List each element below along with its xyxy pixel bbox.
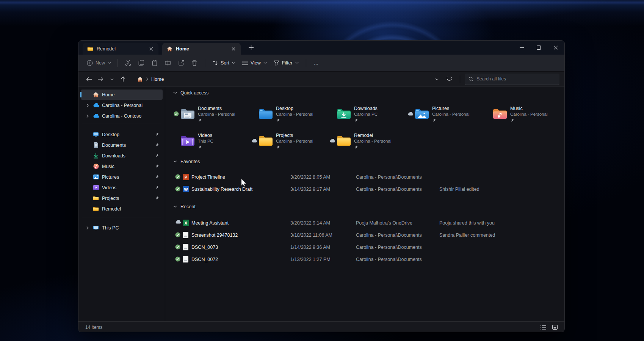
breadcrumb-item-home[interactable]: Home [151, 77, 164, 82]
filter-button[interactable]: Filter [270, 57, 302, 69]
file-location: Carolina - Personal\Documents [356, 229, 422, 241]
up-button[interactable] [118, 74, 129, 85]
search-input[interactable] [476, 76, 556, 82]
minimize-button[interactable] [513, 41, 530, 55]
cloud-icon [407, 112, 414, 116]
pin-icon [155, 164, 159, 168]
folder-icon [91, 206, 100, 211]
close-window-button[interactable] [547, 41, 564, 55]
pin-icon [354, 118, 378, 122]
file-date: 3/20/2022 8:05 AM [290, 171, 330, 183]
tile-location: Carolina - Personal [432, 112, 469, 117]
sidebar-item-carolina-contoso[interactable]: Carolina - Contoso [81, 111, 163, 121]
file-row-dscn-0073[interactable]: DSCN_0073 1/14/2022 9:36 AM Carolina - P… [166, 241, 564, 253]
folder-downloads-icon [336, 108, 352, 119]
tile-projects[interactable]: Projects Carolina - Personal [251, 130, 329, 151]
image-icon [183, 256, 188, 262]
tile-location: Carolina - Personal [276, 112, 313, 117]
cloud-icon [251, 139, 258, 143]
sort-button[interactable]: Sort [209, 57, 239, 69]
chevron-right-icon[interactable] [84, 104, 91, 107]
copy-icon[interactable] [135, 57, 148, 69]
sidebar-label: This PC [102, 225, 119, 231]
sidebar-label: Desktop [102, 132, 119, 137]
sidebar-item-pictures[interactable]: Pictures [81, 172, 163, 182]
sidebar-item-documents[interactable]: Documents [81, 140, 163, 150]
file-row-sustainability-research-draft[interactable]: W Sustainability Research Draft 3/14/202… [166, 183, 564, 195]
recent-locations-chevron[interactable] [106, 74, 118, 85]
sidebar-item-remodel[interactable]: Remodel [81, 204, 163, 214]
quick-access-tiles: Documents Carolina - Personal Desktop [173, 103, 563, 151]
sidebar-item-this-pc[interactable]: This PC [81, 223, 163, 233]
view-button[interactable]: View [239, 57, 270, 69]
close-tab-icon[interactable] [148, 46, 155, 52]
tile-music[interactable]: Music Carolina - Personal [485, 103, 563, 124]
cut-icon[interactable] [121, 57, 135, 69]
tile-location: Carolina - Personal [510, 112, 547, 117]
search-box[interactable] [465, 74, 559, 85]
tile-remodel[interactable]: Remodel Carolina - Personal [329, 130, 407, 151]
sidebar-item-home[interactable]: Home [81, 90, 163, 100]
status-bar: 14 items [78, 321, 564, 332]
share-icon[interactable] [174, 57, 188, 69]
delete-icon[interactable] [188, 57, 201, 69]
refresh-icon[interactable] [444, 74, 455, 85]
separator [460, 75, 460, 83]
sidebar-label: Carolina - Contoso [102, 113, 141, 119]
address-bar: Home [78, 71, 564, 87]
section-header-favorites[interactable]: Favorites [173, 159, 200, 164]
new-tab-button[interactable] [245, 42, 257, 53]
search-icon [469, 77, 473, 82]
sidebar-label: Pictures [102, 174, 119, 180]
documents-icon [91, 142, 100, 148]
tile-downloads[interactable]: Downloads Carolina PC [329, 103, 407, 124]
section-header-quick-access[interactable]: Quick access [173, 90, 208, 96]
tile-documents[interactable]: Documents Carolina - Personal [173, 103, 251, 124]
paste-icon[interactable] [148, 57, 161, 69]
tile-pictures[interactable]: Pictures Carolina - Personal [407, 103, 485, 124]
file-date: 3/20/2022 9:14 AM [290, 217, 330, 229]
tab-bar: Remodel Home [78, 41, 564, 55]
tile-location: Carolina - Personal [276, 138, 313, 144]
mouse-cursor [240, 179, 248, 187]
sidebar-item-projects[interactable]: Projects [81, 193, 163, 203]
home-icon [91, 92, 100, 97]
chevron-right-icon[interactable] [84, 226, 91, 230]
tab-home[interactable]: Home [162, 43, 241, 55]
chevron-down-icon [173, 160, 177, 163]
rename-icon[interactable] [161, 57, 174, 69]
thumbnail-view-icon[interactable] [552, 325, 558, 330]
new-button[interactable]: New [85, 60, 113, 66]
pin-icon [155, 185, 159, 189]
folder-icon [91, 196, 100, 201]
tile-videos[interactable]: Videos This PC [173, 130, 251, 151]
tile-location: Carolina - Personal [354, 138, 391, 144]
chevron-right-icon[interactable] [84, 114, 91, 118]
pin-icon [155, 154, 159, 157]
pin-icon [276, 118, 313, 122]
sidebar-item-desktop[interactable]: Desktop [81, 129, 163, 140]
file-row-project-timeline[interactable]: P Project Timeline 3/20/2022 8:05 AM Car… [166, 171, 564, 183]
maximize-button[interactable] [530, 41, 547, 55]
tab-remodel[interactable]: Remodel [83, 43, 158, 55]
file-row-dscn-0072[interactable]: DSCN_0072 1/13/2022 1:27 PM Carolina - P… [166, 253, 564, 266]
file-location: Carolina - Personal\Documents [356, 253, 422, 266]
breadcrumb[interactable]: Home [134, 74, 428, 85]
file-location: Carolina - Personal\Documents [356, 171, 422, 183]
section-header-recent[interactable]: Recent [173, 204, 196, 209]
see-more-button[interactable]: … [310, 57, 323, 69]
sidebar-item-music[interactable]: Music [81, 161, 163, 171]
sidebar-item-carolina-personal[interactable]: Carolina - Personal [81, 100, 163, 110]
file-row-meeting-assistant[interactable]: X Meeting Assistant 3/20/2022 9:14 AM Po… [166, 217, 564, 229]
back-button[interactable] [83, 74, 95, 85]
close-tab-icon[interactable] [230, 46, 237, 52]
file-row-screenshot-29478132[interactable]: Screenshot 29478132 3/18/2022 11:06 AM C… [166, 229, 564, 241]
folder-icon [336, 135, 352, 146]
toolbar-separator [205, 59, 205, 67]
details-view-icon[interactable] [541, 325, 546, 330]
sidebar-item-downloads[interactable]: Downloads [81, 151, 163, 161]
address-dropdown-chevron[interactable] [431, 74, 442, 85]
forward-button[interactable] [95, 74, 106, 85]
tile-desktop[interactable]: Desktop Carolina - Personal [251, 103, 329, 124]
sidebar-item-videos[interactable]: Videos [81, 182, 163, 193]
